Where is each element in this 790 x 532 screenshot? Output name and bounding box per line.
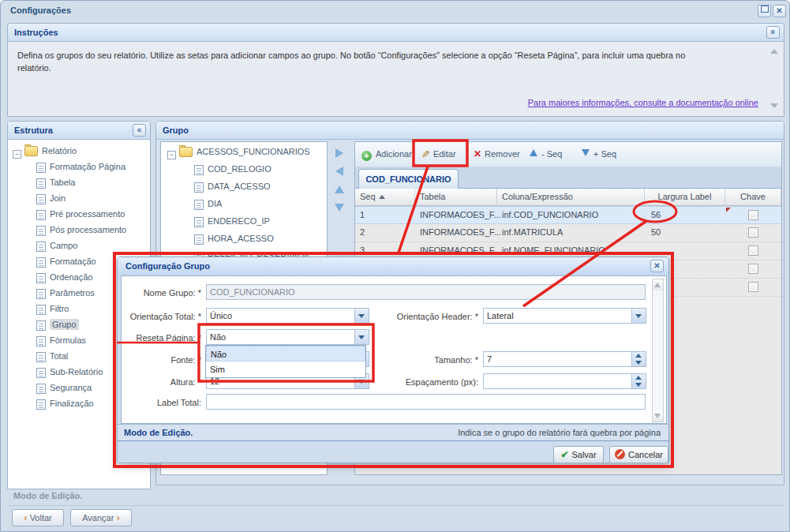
dialog-title: Configuração Grupo <box>118 257 668 275</box>
sidebar-item-seguranca[interactable]: Segurança <box>36 381 92 395</box>
leaf-icon <box>194 182 204 193</box>
dialog-body: Nome Grupo: * Orientação Total: * Orient… <box>121 275 667 424</box>
close-icon: ✕ <box>653 261 660 270</box>
scrollbar-down-button[interactable] <box>653 410 663 421</box>
leaf-icon <box>36 305 46 315</box>
voltar-button[interactable]: ‹ Voltar <box>12 509 64 526</box>
tree-item-cod-relogio[interactable]: COD_RELOGIO <box>194 163 271 177</box>
sidebar-item-ordenacao[interactable]: Ordenação <box>36 271 92 285</box>
adicionar-button[interactable]: +Adicionar <box>361 145 412 163</box>
editar-button[interactable]: ✎Editar <box>421 145 456 163</box>
maximize-button[interactable] <box>758 5 771 17</box>
sidebar-item-join[interactable]: Join <box>36 192 66 206</box>
edit-pencil-icon: ✎ <box>421 146 430 163</box>
collapse-expander-icon[interactable]: − <box>13 150 21 159</box>
instructions-text-line1: Defina os grupos do seu relatório. Utili… <box>17 51 685 60</box>
configuracoes-window: Configurações ✕ Instruções « Defina os g… <box>0 0 790 532</box>
close-button[interactable]: ✕ <box>773 5 786 17</box>
sidebar-item-pre-processamento[interactable]: Pré processamento <box>36 208 125 222</box>
collapse-left-icon: « <box>137 126 142 134</box>
column-header-tabela[interactable]: Tabela <box>415 189 497 206</box>
dialog-status-text: Modo de Edição. <box>124 425 193 440</box>
salvar-button[interactable]: ✔Salvar <box>553 446 604 463</box>
tab-cod-funcionario[interactable]: COD_FUNCIONARIO <box>358 169 459 189</box>
move-up-button[interactable] <box>333 183 346 196</box>
leaf-icon <box>36 178 46 189</box>
collapse-panel-button[interactable]: « <box>766 26 780 39</box>
seq-minus-button[interactable]: - Seq <box>530 145 562 163</box>
tree-item-dia[interactable]: DIA <box>194 197 222 212</box>
spinner-arrows-icon[interactable] <box>631 374 646 388</box>
reseta-pagina-combo[interactable]: Não <box>206 329 369 345</box>
grupo-header: Grupo <box>156 122 784 140</box>
sidebar-item-sub-relatorio[interactable]: Sub-Relatório <box>36 365 103 380</box>
remover-button[interactable]: ✕Remover <box>474 145 520 163</box>
column-header-largura-label[interactable]: Largura Label <box>645 189 725 206</box>
collapse-left-button[interactable]: « <box>133 124 146 137</box>
dirty-cell-icon <box>726 208 731 212</box>
move-left-button[interactable] <box>333 165 346 178</box>
leaf-icon <box>36 399 46 410</box>
sidebar-item-parametros[interactable]: Parâmetros <box>36 287 95 301</box>
tree-item-hora-acesso[interactable]: HORA_ACESSO <box>194 232 274 246</box>
scrollbar-up-button[interactable] <box>653 279 663 290</box>
sidebar-item-pos-processamento[interactable]: Pós processamento <box>36 223 126 238</box>
altura-label: Altura: * <box>122 376 201 388</box>
tree-item-endereco-ip[interactable]: ENDERECO_IP <box>194 215 270 229</box>
collapse-expander-icon[interactable]: − <box>167 151 176 159</box>
documentation-link[interactable]: Para maiores informações, consulte a doc… <box>528 98 758 107</box>
avancar-button[interactable]: Avançar › <box>70 509 132 526</box>
sidebar-item-finalizacao[interactable]: Finalização <box>36 397 94 411</box>
chave-checkbox[interactable] <box>748 210 758 220</box>
spinner-arrows-icon[interactable] <box>631 352 646 366</box>
label-total-field[interactable] <box>206 394 646 410</box>
sidebar-item-tabela[interactable]: Tabela <box>36 176 75 190</box>
dialog-close-button[interactable]: ✕ <box>650 260 664 272</box>
chevron-down-icon[interactable] <box>631 309 646 323</box>
table-row[interactable]: 2 INFORMACOES_F... inf.MATRICULA 50 <box>355 224 781 242</box>
move-right-button[interactable] <box>333 147 346 159</box>
column-header-coluna[interactable]: Coluna/Expressão <box>497 189 645 206</box>
tree-root-relatorio[interactable]: −Relatório <box>13 144 77 159</box>
move-down-button[interactable] <box>333 201 346 214</box>
sidebar-item-filtro[interactable]: Filtro <box>36 302 69 317</box>
scroll-up-icon[interactable] <box>770 49 778 54</box>
table-row[interactable]: 1 INFORMACOES_F... inf.COD_FUNCIONARIO 5… <box>355 206 781 224</box>
chevron-down-icon[interactable] <box>354 309 369 323</box>
tree-item-data-acesso[interactable]: DATA_ACESSO <box>194 180 271 194</box>
chave-checkbox[interactable] <box>748 245 758 256</box>
chevron-down-icon[interactable] <box>354 330 369 344</box>
sidebar-item-grupo[interactable]: Grupo <box>36 318 79 332</box>
sidebar-item-formatacao-pagina[interactable]: Formatação Página <box>36 160 125 174</box>
leaf-icon <box>36 210 46 220</box>
orientacao-header-combo[interactable]: Lateral <box>483 308 646 324</box>
orientacao-total-combo[interactable]: Único <box>206 308 369 324</box>
tamanho-spinner[interactable]: 7 <box>483 351 646 367</box>
chave-checkbox[interactable] <box>748 227 758 238</box>
nome-grupo-label: Nome Grupo: * <box>122 287 201 299</box>
sort-asc-icon <box>379 195 385 199</box>
tree-root-acessos[interactable]: −ACESSOS_FUNCIONARIOS <box>167 145 310 159</box>
dropdown-option-sim[interactable]: Sim <box>206 362 365 377</box>
column-header-seq[interactable]: Seq <box>355 189 415 206</box>
sidebar-item-total[interactable]: Total <box>36 350 68 364</box>
seq-up-icon <box>530 149 537 156</box>
cancelar-button[interactable]: Cancelar <box>609 446 668 463</box>
seq-down-icon <box>582 149 590 156</box>
scroll-down-icon[interactable] <box>770 103 778 108</box>
seq-plus-button[interactable]: + Seq <box>582 145 616 163</box>
tab-strip: COD_FUNCIONARIO <box>355 167 781 189</box>
espacamento-spinner[interactable] <box>483 373 646 389</box>
orientacao-total-label: Orientação Total: * <box>122 310 201 323</box>
sidebar-item-formatacao[interactable]: Formatação <box>36 255 96 269</box>
chave-checkbox[interactable] <box>748 282 758 292</box>
leaf-icon <box>36 226 46 236</box>
dropdown-option-nao[interactable]: Não <box>206 346 365 362</box>
dialog-scrollbar[interactable] <box>652 279 664 422</box>
sidebar-item-campo[interactable]: Campo <box>36 239 77 253</box>
chave-checkbox[interactable] <box>748 264 758 274</box>
close-icon: ✕ <box>776 6 782 15</box>
sidebar-item-formulas[interactable]: Fórmulas <box>36 334 86 348</box>
divider <box>7 505 783 506</box>
column-header-chave[interactable]: Chave <box>725 189 781 206</box>
